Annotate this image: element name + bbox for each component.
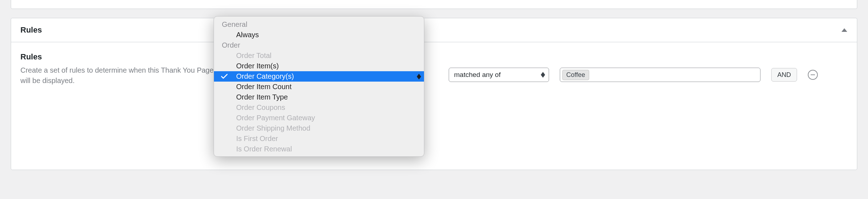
svg-marker-5 [417, 77, 421, 79]
svg-marker-4 [417, 74, 421, 77]
dropdown-item-order-item-type[interactable]: Order Item Type [214, 92, 424, 102]
dropdown-group-general: General [214, 19, 424, 30]
minus-icon [810, 72, 815, 77]
select-arrows-icon [417, 72, 422, 81]
previous-card-bottom [11, 0, 857, 9]
rules-card: Rules Rules Create a set of rules to det… [11, 18, 857, 170]
svg-marker-0 [841, 28, 847, 32]
rules-description-block: Rules Create a set of rules to determine… [20, 52, 216, 86]
check-icon [221, 72, 228, 81]
dropdown-item-is-first-order: Is First Order [214, 134, 424, 144]
collapse-toggle[interactable] [841, 27, 848, 33]
tag-chip-coffee[interactable]: Coffee [562, 70, 589, 80]
rules-card-body: Rules Create a set of rules to determine… [11, 42, 857, 96]
and-button-label: AND [777, 71, 791, 79]
rules-card-title: Rules [20, 25, 42, 35]
rules-card-header: Rules [11, 18, 857, 42]
dropdown-item-order-total: Order Total [214, 50, 424, 61]
svg-marker-1 [541, 72, 545, 75]
remove-rule-button[interactable] [808, 70, 818, 80]
svg-marker-2 [541, 75, 545, 78]
dropdown-item-order-categorys[interactable]: Order Category(s) [214, 71, 424, 82]
dropdown-item-is-order-renewal: Is Order Renewal [214, 144, 424, 154]
dropdown-item-always[interactable]: Always [214, 30, 424, 40]
dropdown-item-order-shipping-method: Order Shipping Method [214, 123, 424, 134]
and-button[interactable]: AND [771, 68, 797, 82]
svg-rect-3 [811, 74, 815, 75]
dropdown-group-order: Order [214, 40, 424, 50]
rules-desc-text: Create a set of rules to determine when … [20, 65, 216, 86]
dropdown-item-order-coupons: Order Coupons [214, 102, 424, 113]
rules-desc-title: Rules [20, 52, 216, 62]
dropdown-item-label: Order Category(s) [236, 72, 294, 80]
dropdown-item-order-payment-gateway: Order Payment Gateway [214, 113, 424, 123]
rule-type-dropdown[interactable]: General Always Order Order Total Order I… [214, 16, 424, 157]
dropdown-item-order-item-count[interactable]: Order Item Count [214, 82, 424, 92]
select-arrows-icon [541, 71, 546, 79]
dropdown-item-order-items[interactable]: Order Item(s) [214, 61, 424, 71]
chevron-up-icon [841, 28, 847, 32]
rule-operator-select[interactable]: matched any of [449, 68, 549, 82]
rule-value-input[interactable]: Coffee [560, 68, 760, 82]
rule-operator-value: matched any of [454, 71, 501, 79]
